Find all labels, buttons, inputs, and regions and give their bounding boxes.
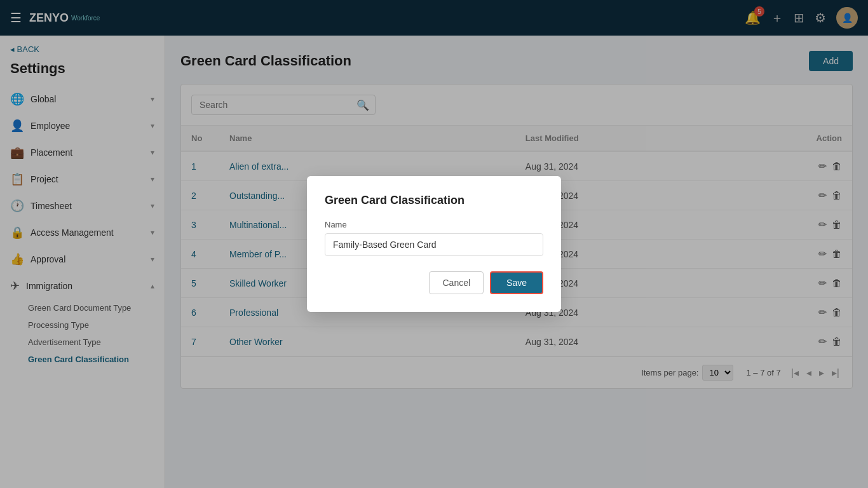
- modal-title: Green Card Classification: [325, 194, 543, 207]
- modal-name-label: Name: [325, 220, 543, 229]
- modal-overlay: Green Card Classification Name Cancel Sa…: [0, 0, 868, 488]
- save-button[interactable]: Save: [490, 271, 543, 294]
- modal-name-input[interactable]: [325, 233, 543, 256]
- modal-dialog: Green Card Classification Name Cancel Sa…: [307, 176, 561, 312]
- modal-actions: Cancel Save: [325, 271, 543, 294]
- modal-name-field: Name: [325, 220, 543, 256]
- cancel-button[interactable]: Cancel: [429, 271, 484, 294]
